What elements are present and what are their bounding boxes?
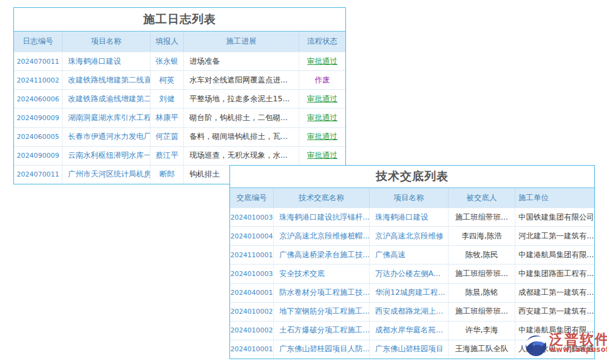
disclosure-name-link[interactable]: 广东佛山碧桂园项目人防...	[274, 340, 370, 359]
status-link[interactable]: 审批通过	[299, 128, 345, 146]
reporter-link[interactable]: 刘健	[151, 90, 184, 108]
table-row: 2024060006 改建铁路成渝线增建第二... 刘健 平整场地，拉走多余泥土…	[14, 89, 345, 108]
tech-disclosure-window: 技术交底列表 交底编号 技术交底名称 项目名称 被交底人 施工单位 202401…	[229, 165, 595, 359]
status-link[interactable]: 审批通过	[299, 52, 345, 70]
disclosure-id-link[interactable]: 2024010002	[230, 303, 274, 321]
progress-text: 备料，砌间墙钩机排土，瓦...	[184, 128, 299, 146]
col-header-project-name: 项目名称	[63, 32, 151, 52]
table-row: 2024010002 土石方爆破分项工程施工... 成都水岸华庭名苑... 许华…	[230, 321, 594, 340]
project-link[interactable]: 改建铁路线增建第二线直...	[63, 71, 151, 89]
table-row: 2024040001 防水卷材分项工程施工技... 华润12城房建工程... 陈…	[230, 283, 594, 302]
unit-text: 河北建工第一建筑有...	[515, 227, 594, 245]
unit-text: 中国铁建集团有限公司	[515, 208, 594, 226]
log-id-link[interactable]: 2024060006	[14, 90, 63, 108]
progress-text: 现场巡查，无积水现象，水...	[184, 147, 299, 165]
table-row: 2024060005 长春市伊通河水力发电厂... 何芷茵 备料，砌间墙钩机排土…	[14, 127, 345, 146]
table-row: 2024110001 广佛高速桥梁承台施工技... 广佛高速 陈牧,陈民 中建港…	[230, 245, 594, 264]
project-link[interactable]: 广佛高速	[370, 246, 449, 264]
project-link[interactable]: 西安成都路龙湖上...	[370, 303, 449, 321]
receiver-text: 施工班组带班...	[449, 208, 515, 226]
disclosure-name-link[interactable]: 京沪高速北京段维修桩帽...	[274, 227, 370, 245]
project-link[interactable]: 珠海鹤港口建设	[370, 208, 449, 226]
project-link[interactable]: 万达办公楼左侧A...	[370, 265, 449, 283]
project-link[interactable]: 广州市天河区统计局机房...	[63, 166, 151, 184]
col-header-receiver: 被交底人	[449, 188, 515, 207]
receiver-text: 陈晨,陈铭	[449, 284, 515, 302]
col-header-reporter: 填报人	[151, 32, 184, 52]
log-id-link[interactable]: 2024090009	[14, 109, 63, 127]
disclosure-id-link[interactable]: 2024010002	[230, 322, 274, 340]
disclosure-name-link[interactable]: 地下室钢筋分项工程施工...	[274, 303, 370, 321]
col-header-disclosure-name: 技术交底名称	[274, 188, 370, 207]
disclosure-id-link[interactable]: 2024110001	[230, 246, 274, 264]
desktop: 施工日志列表 日志编号 项目名称 填报人 施工进展 流程状态 202407001…	[0, 0, 607, 364]
disclosure-name-link[interactable]: 安全技术交底	[274, 265, 370, 283]
disclosure-id-link[interactable]: 2024040001	[230, 284, 274, 302]
unit-text: 成都建工第一建筑有...	[515, 284, 594, 302]
disclosure-name-link[interactable]: 珠海鹤港口建设抗浮锚杆...	[274, 208, 370, 226]
project-link[interactable]: 云南水利枢纽潜明水库一...	[63, 147, 151, 165]
table-row: 2024070011 珠海鹤港口建设 张永银 进场准备 审批通过	[14, 52, 345, 70]
log-id-link[interactable]: 2024060005	[14, 128, 63, 146]
project-link[interactable]: 改建铁路成渝线增建第二...	[63, 90, 151, 108]
log-id-link[interactable]: 2024090009	[14, 147, 63, 165]
unit-text: 中建港航局集团有限...	[515, 246, 594, 264]
project-link[interactable]: 京沪高速北京段维修	[370, 227, 449, 245]
col-header-unit: 施工单位	[515, 188, 594, 207]
project-link[interactable]: 湖南洞庭湖水库引水工程...	[63, 109, 151, 127]
project-link[interactable]: 华润12城房建工程...	[370, 284, 449, 302]
construction-log-header-row: 日志编号 项目名称 填报人 施工进展 流程状态	[14, 31, 345, 52]
tech-disclosure-title: 技术交底列表	[230, 166, 594, 187]
project-link[interactable]: 长春市伊通河水力发电厂...	[63, 128, 151, 146]
disclosure-name-link[interactable]: 土石方爆破分项工程施工...	[274, 322, 370, 340]
project-link[interactable]: 成都水岸华庭名苑...	[370, 322, 449, 340]
reporter-link[interactable]: 林康平	[151, 109, 184, 127]
progress-text: 水车对全线遮阳网覆盖点进...	[184, 71, 299, 89]
reporter-link[interactable]: 柯英	[151, 71, 184, 89]
tech-disclosure-header-row: 交底编号 技术交底名称 项目名称 被交底人 施工单位	[230, 187, 594, 207]
status-link[interactable]: 审批通过	[299, 109, 345, 127]
receiver-text: 施工班组带班...	[449, 303, 515, 321]
project-link[interactable]: 广东佛山碧桂园项目	[370, 340, 449, 359]
col-header-status: 流程状态	[299, 32, 345, 52]
unit-text: 人防、水电、消防暖通	[515, 340, 594, 359]
unit-text: 中建港航局集团有限...	[515, 322, 594, 340]
disclosure-name-link[interactable]: 广佛高速桥梁承台施工技...	[274, 246, 370, 264]
progress-text: 平整场地，拉走多余泥土15...	[184, 90, 299, 108]
status-link[interactable]: 审批通过	[299, 147, 345, 165]
status-link[interactable]: 审批通过	[299, 90, 345, 108]
receiver-text: 陈牧,陈民	[449, 246, 515, 264]
col-header-progress: 施工进展	[184, 32, 299, 52]
table-row: 2024090009 湖南洞庭湖水库引水工程... 林康平 砌台阶，钩机排土，二…	[14, 108, 345, 127]
receiver-text: 王海施工队全队	[449, 340, 515, 359]
unit-text: 西安建工第一建筑有...	[515, 303, 594, 321]
progress-text: 进场准备	[184, 52, 299, 70]
status-label: 作废	[299, 71, 345, 89]
log-id-link[interactable]: 2024070011	[14, 166, 63, 184]
unit-text: 中建集团路面工程有...	[515, 265, 594, 283]
col-header-project-name: 项目名称	[370, 188, 449, 207]
reporter-link[interactable]: 张永银	[151, 52, 184, 70]
log-id-link[interactable]: 2024110002	[14, 71, 63, 89]
disclosure-id-link[interactable]: 2024010001	[230, 340, 274, 359]
disclosure-id-link[interactable]: 2024010003	[230, 265, 274, 283]
table-row: 2024010003 珠海鹤港口建设抗浮锚杆... 珠海鹤港口建设 施工班组带班…	[230, 207, 594, 226]
project-link[interactable]: 珠海鹤港口建设	[63, 52, 151, 70]
receiver-text: 施工班组带班...	[449, 265, 515, 283]
col-header-disclosure-id: 交底编号	[230, 188, 274, 207]
disclosure-id-link[interactable]: 2024010003	[230, 208, 274, 226]
log-id-link[interactable]: 2024070011	[14, 52, 63, 70]
reporter-link[interactable]: 断郎	[151, 166, 184, 184]
disclosure-id-link[interactable]: 2024010004	[230, 227, 274, 245]
receiver-text: 许华,李海	[449, 322, 515, 340]
table-row: 2024010003 安全技术交底 万达办公楼左侧A... 施工班组带班... …	[230, 264, 594, 283]
construction-log-title: 施工日志列表	[14, 8, 345, 31]
progress-text: 砌台阶，钩机排土，二包砌...	[184, 109, 299, 127]
disclosure-name-link[interactable]: 防水卷材分项工程施工技...	[274, 284, 370, 302]
reporter-link[interactable]: 蔡江平	[151, 147, 184, 165]
receiver-text: 李四海,陈浩	[449, 227, 515, 245]
reporter-link[interactable]: 何芷茵	[151, 128, 184, 146]
col-header-log-id: 日志编号	[14, 32, 63, 52]
table-row: 2024010004 京沪高速北京段维修桩帽... 京沪高速北京段维修 李四海,…	[230, 226, 594, 245]
construction-log-window: 施工日志列表 日志编号 项目名称 填报人 施工进展 流程状态 202407001…	[13, 7, 346, 184]
